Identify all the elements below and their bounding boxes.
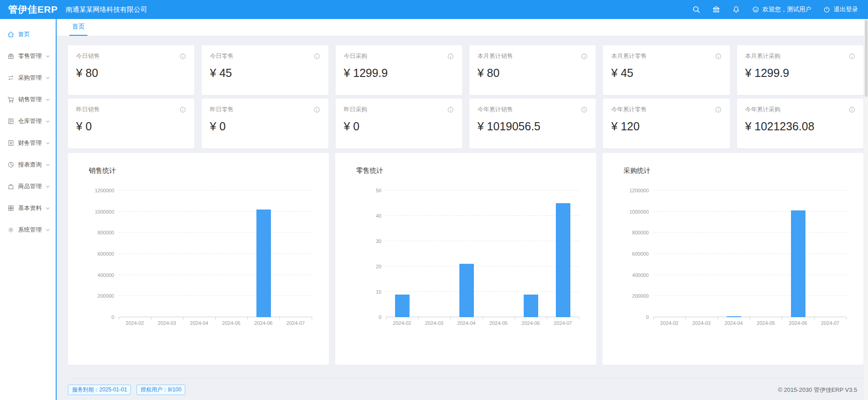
bank-icon[interactable] — [712, 5, 720, 14]
bar — [727, 316, 741, 317]
x-axis-tick — [750, 317, 750, 319]
info-icon[interactable] — [715, 53, 722, 60]
header: 管伊佳ERP 南通某某网络科技有限公司 欢迎您，测试用户 — [0, 0, 868, 19]
x-axis-tick — [247, 317, 248, 319]
sidebar-item-retail[interactable]: 零售管理 — [0, 45, 56, 67]
chart-panel: 采购统计020000040000060000080000010000001200… — [603, 153, 863, 365]
scrollbar-thumb[interactable] — [865, 20, 868, 97]
sidebar-item-purchase[interactable]: 采购管理 — [0, 67, 56, 89]
info-icon[interactable] — [313, 53, 320, 60]
stat-label: 今日零售 — [210, 52, 233, 60]
home-icon — [7, 31, 14, 38]
bar — [556, 203, 570, 317]
info-icon[interactable] — [581, 53, 588, 60]
x-axis-labels: 2024-022024-032024-042024-052024-062024-… — [653, 320, 846, 326]
y-tick-label: 1200000 — [95, 188, 114, 193]
search-icon[interactable] — [692, 5, 700, 14]
scrollbar[interactable] — [864, 19, 868, 400]
info-icon[interactable] — [447, 106, 454, 113]
stat-cards-row1: 今日销售¥ 80今日零售¥ 45今日采购¥ 1299.9本月累计销售¥ 80本月… — [68, 45, 863, 95]
sidebar-item-sales[interactable]: 销售管理 — [0, 89, 56, 110]
x-axis-labels: 2024-022024-032024-042024-052024-062024-… — [119, 320, 312, 326]
x-axis-tick — [846, 317, 847, 319]
y-tick-label: 600000 — [97, 251, 114, 257]
bar — [524, 295, 538, 317]
sales-icon — [7, 96, 14, 103]
chevron-down-icon — [45, 206, 50, 211]
stat-card-header: 今年累计零售 — [611, 105, 721, 114]
sidebar-item-report[interactable]: 报表查询 — [0, 154, 56, 176]
bell-icon[interactable] — [732, 5, 740, 14]
info-icon[interactable] — [849, 106, 855, 113]
info-icon[interactable] — [715, 106, 722, 113]
footer: 服务到期：2025-01-01授权用户：8/100 © 2015-2030 管伊… — [68, 378, 863, 400]
stat-card: 本月累计零售¥ 45 — [603, 45, 729, 95]
stat-label: 今年累计零售 — [611, 105, 646, 114]
sidebar-item-goods[interactable]: 商品管理 — [0, 176, 56, 197]
stat-label: 昨日销售 — [76, 105, 100, 114]
stat-card: 今年累计零售¥ 120 — [603, 99, 729, 148]
x-tick-label: 2024-06 — [515, 320, 547, 326]
y-tick-label: 400000 — [632, 272, 649, 278]
stat-label: 本月累计销售 — [477, 52, 513, 60]
license-tag: 授权用户：8/100 — [136, 385, 185, 395]
stat-value: ¥ 45 — [210, 67, 320, 80]
x-axis-tick — [482, 317, 483, 319]
report-icon — [7, 161, 14, 168]
bar-slot — [183, 190, 215, 317]
bar-slot — [782, 190, 814, 317]
bar-slot — [386, 190, 418, 317]
stat-card-header: 本月累计采购 — [745, 52, 855, 60]
sidebar-item-label: 首页 — [18, 30, 51, 38]
x-tick-label: 2024-02 — [119, 320, 151, 326]
stat-card-header: 今年累计采购 — [745, 105, 855, 114]
x-tick-label: 2024-07 — [814, 320, 846, 326]
bar-slot — [653, 190, 685, 317]
bar-slot — [750, 190, 782, 317]
chart-plot-area: 01020304050 — [386, 190, 579, 317]
stat-card: 昨日销售¥ 0 — [68, 99, 194, 148]
y-tick-label: 0 — [646, 314, 649, 320]
stat-label: 昨日零售 — [210, 105, 233, 114]
stat-label: 本月累计采购 — [745, 52, 781, 60]
welcome-text: 欢迎您，测试用户 — [762, 5, 811, 14]
stat-card: 今日采购¥ 1299.9 — [336, 45, 462, 95]
sidebar-item-finance[interactable]: 财务管理 — [0, 132, 56, 154]
system-icon — [7, 226, 14, 233]
info-icon[interactable] — [447, 53, 454, 60]
bar-slot — [814, 190, 846, 317]
bars-layer — [653, 190, 846, 317]
x-axis-tick — [579, 317, 579, 319]
sidebar-item-system[interactable]: 系统管理 — [0, 219, 56, 241]
copyright: © 2015-2030 管伊佳ERP V3.5 — [778, 386, 857, 394]
sidebar-item-basic[interactable]: 基本资料 — [0, 197, 56, 219]
info-icon[interactable] — [313, 106, 320, 113]
finance-icon — [7, 139, 14, 147]
charts-row: 销售统计020000040000060000080000010000001200… — [68, 153, 863, 365]
stat-card: 今年累计销售¥ 1019056.5 — [469, 99, 596, 148]
tab-首页[interactable]: 首页 — [69, 23, 87, 36]
bar-slot — [547, 190, 579, 317]
stat-card-header: 今日零售 — [210, 52, 320, 60]
stat-value: ¥ 1021236.08 — [745, 120, 855, 133]
info-icon[interactable] — [179, 53, 186, 60]
main-area: 首页 今日销售¥ 80今日零售¥ 45今日采购¥ 1299.9本月累计销售¥ 8… — [56, 19, 868, 400]
bar-slot — [247, 190, 280, 317]
stat-card: 本月累计销售¥ 80 — [469, 45, 596, 95]
stat-label: 今日采购 — [344, 52, 367, 60]
x-tick-label: 2024-03 — [151, 320, 183, 326]
welcome-user[interactable]: 欢迎您，测试用户 — [752, 5, 811, 14]
logout-button[interactable]: 退出登录 — [823, 5, 858, 14]
sidebar-item-home[interactable]: 首页 — [0, 24, 56, 45]
smile-icon — [752, 6, 759, 13]
license-tags: 服务到期：2025-01-01授权用户：8/100 — [68, 385, 185, 395]
sidebar-item-warehouse[interactable]: 仓库管理 — [0, 110, 56, 132]
purchase-icon — [7, 74, 14, 81]
info-icon[interactable] — [581, 106, 588, 113]
app-root: 管伊佳ERP 南通某某网络科技有限公司 欢迎您，测试用户 — [0, 0, 868, 400]
stat-card: 昨日采购¥ 0 — [336, 99, 462, 148]
info-icon[interactable] — [849, 53, 855, 60]
y-tick-label: 20 — [376, 264, 381, 269]
x-axis-tick — [450, 317, 451, 319]
info-icon[interactable] — [179, 106, 186, 113]
